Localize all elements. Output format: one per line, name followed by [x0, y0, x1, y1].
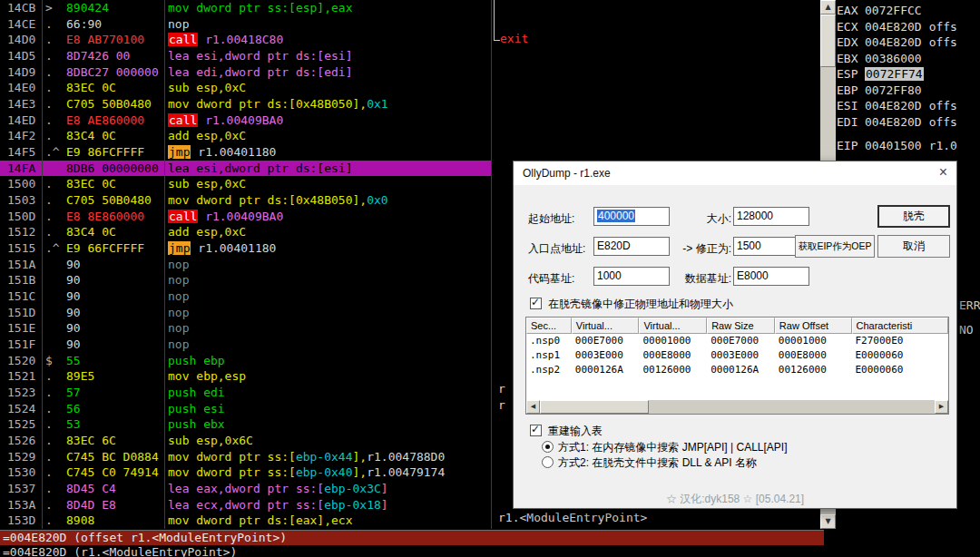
disasm-row[interactable]: 14E0.83EC 0Csub esp,0xC: [0, 80, 820, 96]
disasm-address: 1521: [7, 368, 35, 385]
disasm-flag: .^: [45, 144, 60, 161]
disasm-instruction: push ebp: [168, 353, 225, 369]
comment-fragment: r: [498, 382, 505, 396]
register-row[interactable]: EAX0072FFCC: [837, 3, 980, 19]
register-row[interactable]: EDI004E820Doffs: [837, 114, 980, 131]
disasm-row[interactable]: 14ED.E8 AE860000call r1.00409BA0: [0, 112, 820, 129]
section-column-header[interactable]: Raw Size: [707, 318, 775, 334]
disasm-flag: .: [45, 176, 53, 192]
register-row[interactable]: ECX004E820Doffs: [837, 19, 980, 35]
register-row[interactable]: EIP00401500r1.0: [837, 138, 980, 154]
scroll-right-icon[interactable]: ▶: [935, 400, 948, 414]
rebuild-imports-checkbox[interactable]: ✓: [530, 425, 542, 436]
disasm-bytes: C705 50B0480: [66, 192, 152, 209]
section-table-row[interactable]: .nsp10003E000000E80000003E000000E8000E00…: [526, 348, 948, 363]
disasm-address: 14CE: [7, 16, 35, 33]
disasm-row[interactable]: 14D0.E8 AB770100call r1.00418C80: [0, 32, 820, 48]
cancel-button[interactable]: 取消: [877, 235, 950, 258]
disasm-instruction: call r1.00409BA0: [168, 209, 283, 225]
dump-button[interactable]: 脱壳: [877, 205, 950, 228]
check-icon: ✓: [531, 296, 540, 308]
disasm-instruction: mov dword ptr ss:[ebp-0x44],r1.004788D0: [168, 449, 445, 465]
disasm-flag: >: [45, 0, 53, 16]
section-column-header[interactable]: Virtual...: [639, 318, 707, 334]
register-comment: offs: [929, 99, 957, 112]
disasm-flag: .: [45, 416, 53, 433]
registers-pane: EAX0072FFCCECX004E820DoffsEDX004E820Doff…: [837, 3, 980, 154]
disasm-bytes: 90: [66, 305, 81, 321]
disasm-flag: .: [45, 192, 53, 209]
disasm-bytes: 83EC 6C: [66, 433, 116, 449]
disasm-bytes: C705 50B0480: [66, 96, 152, 112]
code-base-input[interactable]: 1000: [593, 267, 670, 286]
disasm-bytes: 83C4 0C: [66, 224, 116, 240]
scroll-up-icon[interactable]: ▲: [820, 0, 836, 15]
method1-radio[interactable]: [542, 441, 554, 453]
section-column-header[interactable]: Raw Offset: [775, 318, 852, 334]
scroll-down-icon[interactable]: ▼: [820, 514, 836, 529]
fix-raw-checkbox[interactable]: ✓: [530, 298, 542, 309]
disasm-instruction: nop: [168, 16, 189, 33]
disasm-bytes: 90: [66, 257, 81, 273]
entry-value: E820D: [597, 239, 631, 252]
disasm-address: 151A: [7, 257, 35, 273]
register-pane-fragment: NO 0: [959, 323, 980, 337]
disasm-instruction: push esi: [168, 401, 225, 417]
register-value: 00401500: [865, 139, 922, 152]
check-icon: ✓: [531, 423, 540, 435]
disasm-bytes: 83C4 0C: [66, 128, 116, 144]
disasm-row[interactable]: 153D.8908mov dword ptr ds:[eax],ecx: [0, 513, 820, 529]
column-divider: [42, 0, 43, 529]
code-base-label: 代码基址:: [528, 271, 574, 287]
register-row[interactable]: ESI004E820Doffs: [837, 98, 980, 114]
disasm-bytes: 89E5: [66, 368, 94, 385]
scroll-left-icon[interactable]: ◀: [526, 400, 540, 414]
section-column-header[interactable]: Sec...: [526, 318, 572, 334]
register-comment: offs: [929, 35, 957, 49]
disasm-bytes: 55: [66, 353, 81, 369]
disasm-instruction: mov dword ptr ds:[eax],ecx: [168, 513, 353, 529]
section-table-row[interactable]: .nsp20000126A001260000000126A00126000E00…: [526, 363, 948, 377]
disasm-row[interactable]: 14F5.^E9 86FCFFFFjmp r1.00401180: [0, 144, 820, 161]
disasm-row[interactable]: 14CB>890424mov dword ptr ss:[esp],eax: [0, 0, 820, 16]
method2-label: 方式2: 在脱壳文件中搜索 DLL & API 名称: [558, 455, 757, 471]
disasm-row[interactable]: 14F2.83C4 0Cadd esp,0xC: [0, 128, 820, 144]
disasm-row[interactable]: 14CE.66:90nop: [0, 16, 820, 33]
get-eip-as-oep-button[interactable]: 获取EIP作为OEP: [795, 235, 875, 258]
disasm-flag: .: [45, 128, 53, 144]
section-column-header[interactable]: Virtual...: [572, 318, 640, 334]
disasm-address: 14ED: [7, 112, 35, 129]
register-row[interactable]: ESP0072FF74: [837, 66, 980, 83]
disasm-bytes: 8D45 C4: [66, 481, 116, 497]
register-name: ECX: [837, 19, 865, 35]
register-row[interactable]: EBP0072FF80: [837, 83, 980, 99]
disasm-bytes: C745 BC D0884: [66, 449, 159, 465]
disasm-bytes: 90: [66, 272, 81, 288]
register-row[interactable]: EDX004E820Doffs: [837, 34, 980, 51]
disasm-row[interactable]: 14D9.8DBC27 000000lea edi,dword ptr ds:[…: [0, 64, 820, 81]
section-table-hscrollbar[interactable]: ◀ ▶: [526, 400, 948, 414]
scrollbar-thumb[interactable]: [820, 15, 836, 67]
section-column-header[interactable]: Characteristi: [852, 318, 949, 334]
disasm-address: 151F: [7, 337, 35, 353]
register-name: EBP: [837, 83, 865, 99]
dialog-titlebar[interactable]: OllyDump - r1.exe ×: [514, 161, 956, 185]
hscrollbar-thumb[interactable]: [540, 400, 649, 414]
entry-point-input[interactable]: E820D: [593, 237, 670, 256]
disasm-bytes: E8 AB770100: [66, 32, 144, 48]
disasm-flag: .: [45, 96, 53, 112]
section-table-row[interactable]: .nsp0000E700000001000000E700000001000F27…: [526, 334, 948, 348]
close-icon[interactable]: ×: [939, 164, 947, 181]
register-row[interactable]: EBX00386000: [837, 51, 980, 67]
disasm-flag: .: [45, 64, 53, 81]
disasm-row[interactable]: 14D5.8D7426 00lea esi,dword ptr ds:[esi]: [0, 48, 820, 64]
start-address-input[interactable]: 400000: [593, 207, 670, 226]
disasm-row[interactable]: 14E3.C705 50B0480mov dword ptr ds:[0x48B…: [0, 96, 820, 112]
method2-radio[interactable]: [542, 456, 554, 468]
disasm-instruction: mov dword ptr ds:[0x48B050],0x0: [168, 192, 388, 209]
disasm-instruction: push ebx: [168, 416, 225, 433]
data-base-input[interactable]: E8000: [733, 267, 809, 286]
translation-credit: ☆ 汉化:dyk158 ☆ [05.04.21]: [514, 492, 956, 507]
column-divider: [164, 0, 165, 529]
size-input[interactable]: 128000: [733, 207, 809, 226]
